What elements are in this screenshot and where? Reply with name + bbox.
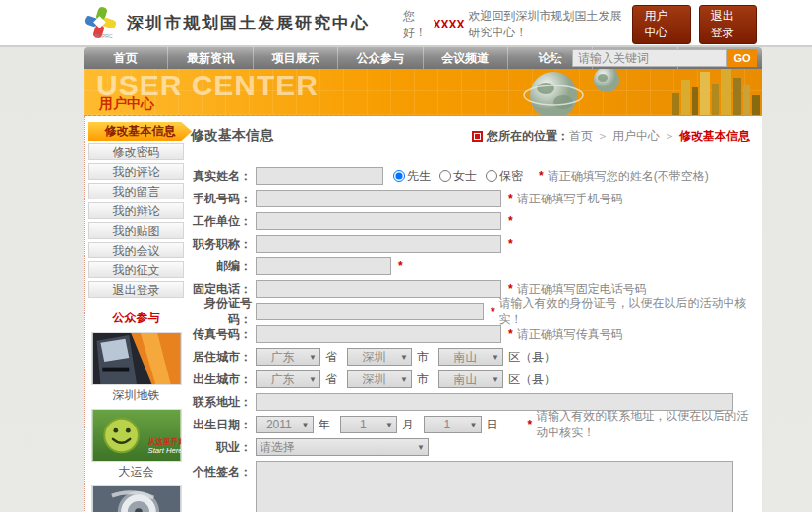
field-hint: 请输入有效的联系地址，以便在以后的活动中核实！ bbox=[536, 408, 750, 441]
real-name-input[interactable] bbox=[256, 167, 383, 185]
breadcrumb-home[interactable]: 首页 bbox=[569, 128, 593, 144]
unit-label: 区（县） bbox=[508, 371, 555, 388]
user-center-button[interactable]: 用户中心 bbox=[632, 5, 690, 44]
field-label: 身份证号码： bbox=[191, 295, 252, 328]
mister-radio[interactable] bbox=[393, 170, 405, 182]
radio-secret[interactable]: 保密 bbox=[486, 168, 523, 185]
breadcrumb-separator: ＞ bbox=[664, 128, 675, 144]
universiade-overlay-cn: 从这里开始 bbox=[146, 437, 181, 446]
radio-lady[interactable]: 女士 bbox=[439, 168, 477, 185]
sidebar-item-logout[interactable]: 退出登录 bbox=[88, 281, 184, 298]
unit-label: 年 bbox=[319, 417, 330, 433]
field-label: 邮编： bbox=[191, 258, 252, 275]
required-mark: * bbox=[528, 418, 533, 431]
chevron-down-icon: ▼ bbox=[309, 353, 317, 362]
sidebar-item-my-comments[interactable]: 我的评论 bbox=[88, 163, 184, 180]
required-mark: * bbox=[491, 305, 495, 318]
birth-day-select[interactable]: 1▼ bbox=[424, 416, 482, 433]
main-content: 修改基本信息 修改密码 我的评论 我的留言 我的辩论 我的贴图 我的会议 我的征… bbox=[84, 116, 762, 512]
chevron-down-icon: ▼ bbox=[492, 353, 499, 362]
location-icon bbox=[472, 131, 483, 142]
unit-label: 省 bbox=[325, 371, 337, 388]
residence-province-select[interactable]: 广东▼ bbox=[256, 348, 320, 366]
fax-input[interactable] bbox=[256, 325, 501, 343]
sidebar-item-my-debates[interactable]: 我的辩论 bbox=[88, 202, 184, 219]
birth-city-select[interactable]: 深圳▼ bbox=[347, 370, 412, 388]
field-label: 联系地址： bbox=[191, 394, 252, 411]
form-row-signature: 个性签名： bbox=[191, 461, 750, 512]
nav-item-home[interactable]: 首页 bbox=[84, 47, 167, 69]
residence-city-select[interactable]: 深圳▼ bbox=[347, 348, 412, 366]
search-icon bbox=[555, 52, 567, 64]
form-row-residence-city: 居住城市： 广东▼ 省 深圳▼ 市 南山▼ 区（县） bbox=[191, 348, 750, 366]
sidebar-item-my-pictures[interactable]: 我的贴图 bbox=[88, 222, 184, 239]
birth-month-select[interactable]: 1▼ bbox=[340, 416, 398, 433]
id-number-input[interactable] bbox=[256, 303, 484, 320]
participation-item-metro[interactable]: 深圳地铁 bbox=[88, 332, 184, 405]
sidebar-item-my-essays[interactable]: 我的征文 bbox=[88, 261, 184, 278]
radio-mister[interactable]: 先生 bbox=[393, 168, 431, 185]
unit-label: 月 bbox=[402, 417, 414, 433]
field-label: 居住城市： bbox=[191, 349, 252, 366]
form-row-postcode: 邮编： * bbox=[191, 257, 750, 275]
search-go-button[interactable]: GO bbox=[727, 49, 757, 67]
participation-section: 公众参与 深圳地铁 bbox=[88, 310, 184, 512]
unit-label: 日 bbox=[487, 417, 498, 433]
field-label: 真实姓名： bbox=[191, 168, 252, 185]
birth-district-select[interactable]: 南山▼ bbox=[438, 370, 503, 388]
nav-item-news[interactable]: 最新资讯 bbox=[167, 47, 252, 69]
participation-item-universiade[interactable]: 从这里开始 Start Here 大运会 bbox=[88, 409, 184, 482]
sidebar-item-edit-profile[interactable]: 修改基本信息 bbox=[88, 122, 192, 141]
chevron-down-icon: ▼ bbox=[417, 443, 425, 452]
brand[interactable]: SUPRC 深圳市规划国土发展研究中心 bbox=[84, 6, 370, 39]
participation-item-typhoon[interactable]: 台风预警 bbox=[88, 485, 184, 512]
job-title-input[interactable] bbox=[256, 235, 501, 253]
site-name: 深圳市规划国土发展研究中心 bbox=[127, 12, 370, 34]
content-wrapper: 首页 最新资讯 项目展示 公众参与 会议频道 论坛 博客 人物风采 USER C… bbox=[84, 47, 762, 512]
birth-year-select[interactable]: 2011▼ bbox=[256, 416, 314, 433]
user-center-banner: USER CENTER 用户中心 bbox=[84, 69, 762, 116]
sidebar-item-my-messages[interactable]: 我的留言 bbox=[88, 183, 184, 199]
field-hint: 请输入有效的身份证号，以便在以后的活动中核实！ bbox=[499, 295, 750, 328]
secret-radio[interactable] bbox=[486, 170, 497, 182]
signature-textarea[interactable] bbox=[256, 461, 733, 512]
breadcrumb-user-center[interactable]: 用户中心 bbox=[612, 128, 660, 144]
field-label: 职业： bbox=[191, 439, 252, 456]
universiade-thumbnail: 从这里开始 Start Here bbox=[91, 409, 182, 462]
typhoon-thumbnail bbox=[91, 485, 182, 512]
site-header: SUPRC 深圳市规划国土发展研究中心 您好！ XXXX 欢迎回到深圳市规划国土… bbox=[0, 0, 812, 47]
unit-label: 市 bbox=[417, 349, 429, 366]
greeting-prefix: 您好！ bbox=[403, 8, 429, 41]
lady-radio[interactable] bbox=[439, 170, 451, 182]
field-hint: 请正确填写传真号码 bbox=[517, 326, 623, 343]
universiade-overlay-en: Start Here bbox=[147, 446, 181, 455]
nav-item-projects[interactable]: 项目展示 bbox=[253, 47, 337, 69]
logout-button[interactable]: 退出登录 bbox=[699, 5, 757, 44]
banner-title-cn: 用户中心 bbox=[99, 95, 154, 113]
sidebar-item-change-password[interactable]: 修改密码 bbox=[88, 143, 184, 160]
participation-caption: 大运会 bbox=[88, 462, 184, 482]
employer-input[interactable] bbox=[256, 212, 501, 230]
postcode-input[interactable] bbox=[256, 257, 391, 275]
required-mark: * bbox=[539, 169, 544, 183]
required-mark: * bbox=[508, 237, 513, 251]
globe-icon bbox=[516, 69, 634, 116]
form-row-birth-city: 出生城市： 广东▼ 省 深圳▼ 市 南山▼ 区（县） bbox=[191, 370, 750, 388]
mobile-input[interactable] bbox=[256, 190, 501, 207]
greeting-suffix: 欢迎回到深圳市规划国土发展研究中心！ bbox=[468, 8, 624, 41]
sidebar-item-my-meetings[interactable]: 我的会议 bbox=[88, 242, 184, 258]
occupation-select[interactable]: 请选择▼ bbox=[256, 438, 429, 456]
logo-abbr: SUPRC bbox=[95, 33, 113, 39]
field-label: 手机号码： bbox=[191, 191, 252, 207]
metro-thumbnail bbox=[91, 332, 182, 385]
birth-province-select[interactable]: 广东▼ bbox=[256, 370, 320, 388]
chevron-down-icon: ▼ bbox=[302, 421, 310, 429]
search-input[interactable] bbox=[572, 49, 727, 67]
field-label: 出生城市： bbox=[191, 371, 252, 388]
chevron-down-icon: ▼ bbox=[400, 375, 408, 384]
chevron-down-icon: ▼ bbox=[400, 353, 408, 362]
required-mark: * bbox=[508, 192, 513, 205]
city-buildings-icon bbox=[668, 69, 762, 115]
residence-district-select[interactable]: 南山▼ bbox=[438, 348, 503, 366]
telephone-input[interactable] bbox=[256, 280, 501, 298]
